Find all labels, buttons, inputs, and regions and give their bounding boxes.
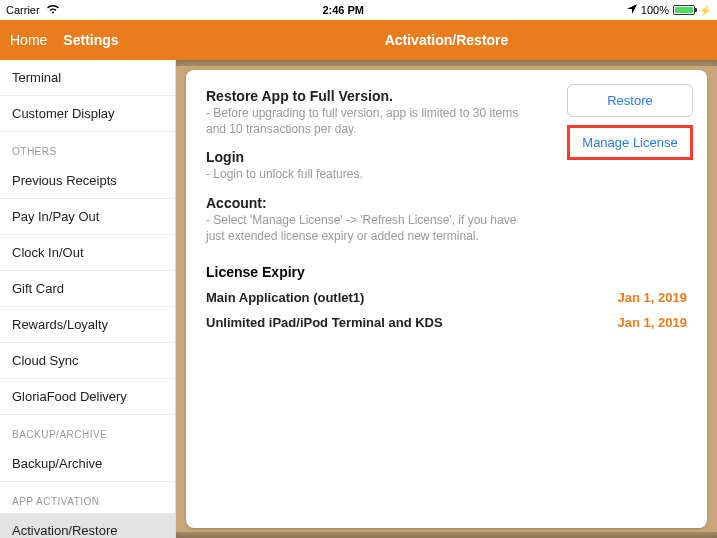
battery-icon	[673, 5, 695, 15]
login-title: Login	[206, 149, 536, 165]
restore-button[interactable]: Restore	[567, 84, 693, 117]
account-title: Account:	[206, 195, 536, 211]
sidebar-item-activation-restore[interactable]: Activation/Restore	[0, 513, 175, 538]
carrier-label: Carrier	[6, 4, 40, 16]
settings-title: Settings	[63, 32, 118, 48]
sidebar-item-rewards-loyalty[interactable]: Rewards/Loyalty	[0, 307, 175, 343]
page-title: Activation/Restore	[385, 32, 509, 48]
sidebar-section-activation: APP ACTIVATION	[0, 482, 175, 513]
sidebar-section-others: OTHERS	[0, 132, 175, 163]
battery-pct: 100%	[641, 4, 669, 16]
sidebar-item-customer-display[interactable]: Customer Display	[0, 96, 175, 132]
sidebar-item-backup-archive[interactable]: Backup/Archive	[0, 446, 175, 482]
sidebar: Terminal Customer Display OTHERS Previou…	[0, 60, 176, 538]
sidebar-item-clock-in-out[interactable]: Clock In/Out	[0, 235, 175, 271]
license-date: Jan 1, 2019	[618, 315, 687, 330]
sidebar-item-pay-in-out[interactable]: Pay In/Pay Out	[0, 199, 175, 235]
restore-title: Restore App to Full Version.	[206, 88, 536, 104]
sidebar-item-previous-receipts[interactable]: Previous Receipts	[0, 163, 175, 199]
license-expiry-header: License Expiry	[206, 264, 687, 280]
restore-desc: - Before upgrading to full version, app …	[206, 105, 536, 137]
sidebar-item-gloriafood[interactable]: GloriaFood Delivery	[0, 379, 175, 415]
sidebar-item-terminal[interactable]: Terminal	[0, 60, 175, 96]
sidebar-item-gift-card[interactable]: Gift Card	[0, 271, 175, 307]
manage-license-button[interactable]: Manage License	[567, 125, 693, 160]
home-button[interactable]: Home	[10, 32, 47, 48]
license-name: Unlimited iPad/iPod Terminal and KDS	[206, 315, 443, 330]
license-name: Main Application (outlet1)	[206, 290, 364, 305]
license-row: Main Application (outlet1) Jan 1, 2019	[206, 290, 687, 305]
sidebar-section-backup: BACKUP/ARCHIVE	[0, 415, 175, 446]
location-icon	[627, 4, 637, 16]
status-bar: Carrier 2:46 PM 100% ⚡	[0, 0, 717, 20]
wifi-icon	[46, 4, 60, 16]
content-card: Restore Manage License Restore App to Fu…	[186, 70, 707, 528]
clock: 2:46 PM	[322, 4, 364, 16]
license-row: Unlimited iPad/iPod Terminal and KDS Jan…	[206, 315, 687, 330]
main-panel: Restore Manage License Restore App to Fu…	[176, 60, 717, 538]
nav-header: Home Settings Activation/Restore	[0, 20, 717, 60]
charging-icon: ⚡	[699, 5, 711, 16]
license-date: Jan 1, 2019	[618, 290, 687, 305]
account-desc: - Select 'Manage License' -> 'Refresh Li…	[206, 212, 536, 244]
sidebar-item-cloud-sync[interactable]: Cloud Sync	[0, 343, 175, 379]
login-desc: - Login to unlock full features.	[206, 166, 536, 182]
